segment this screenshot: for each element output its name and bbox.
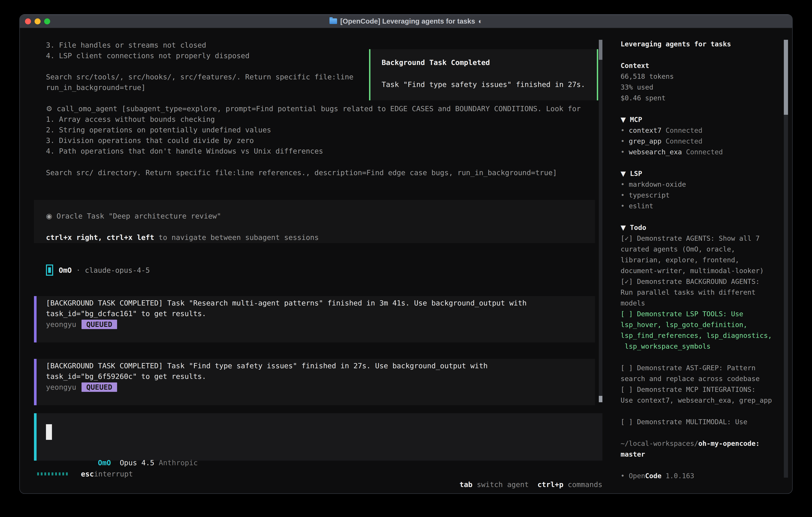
hint-text: to navigate between subagent sessions: [154, 233, 319, 242]
todo-line: search and replace across codebase: [620, 373, 770, 384]
todo-line: Run parallel tasks with different: [620, 287, 770, 298]
esc-key-hint: esc: [81, 470, 94, 478]
bug-list-item: 3. Division operations that could divide…: [46, 135, 254, 146]
bullet-icon: •: [620, 202, 625, 210]
todo-line: [✓] Demonstrate BACKGROUND AGENTS:: [620, 276, 770, 287]
mcp-item: • context7 Connected: [620, 125, 770, 136]
mcp-item-status: Connected: [666, 126, 702, 134]
transcript-line: Search src/tools/, src/hooks/, src/featu…: [46, 72, 353, 82]
status-badge: QUEUED: [82, 382, 117, 392]
footer-provider-name: Anthropic: [159, 459, 198, 467]
oracle-task-text: Oracle Task "Deep architecture review": [52, 212, 221, 220]
todo-line: models: [620, 298, 770, 308]
todo-line: librarian, explore, frontend,: [620, 254, 770, 265]
tool-call-text: call_omo_agent [subagent_type=explore, p…: [52, 105, 581, 113]
footer-model-name: Opus 4.5: [120, 459, 154, 467]
text-cursor: [46, 424, 52, 440]
lsp-item-name: typescript: [629, 191, 670, 199]
bullet-icon: •: [620, 191, 625, 199]
traffic-lights: [20, 15, 50, 28]
input-model-footer: OmOOpus 4.5Anthropic: [46, 447, 198, 457]
mcp-section-header[interactable]: ▼ MCP: [620, 114, 770, 125]
agent-cursor-icon: [46, 265, 53, 276]
tool-call-line: ⚙ call_omo_agent [subagent_type=explore,…: [46, 103, 581, 114]
zoom-button[interactable]: [44, 19, 50, 24]
lsp-item: • markdown-oxide: [620, 179, 770, 190]
lsp-item: • eslint: [620, 200, 770, 211]
transcript-line: run_in_background=true]: [46, 82, 146, 93]
session-indicator-icon: ◐: [478, 17, 483, 25]
todo-line: [ ] Demonstrate MULTIMODAL: Use: [620, 416, 770, 427]
todo-line: [ ] Demonstrate MCP INTEGRATIONS:: [620, 384, 770, 395]
main-scrollbar[interactable]: [599, 40, 602, 402]
message-line: [BACKGROUND TASK COMPLETED] Task "Resear…: [46, 298, 595, 308]
minimize-button[interactable]: [35, 19, 40, 24]
lsp-item-name: markdown-oxide: [629, 180, 686, 188]
bullet-icon: •: [620, 137, 625, 145]
todo-section-header[interactable]: ▼ Todo: [620, 222, 770, 233]
todo-heading-label: Todo: [630, 223, 646, 232]
sidebar-scrollbar[interactable]: [784, 40, 788, 478]
chat-transcript: 3. File handles or streams not closed 4.…: [20, 28, 613, 493]
toast-body: Task "Find type safety issues" finished …: [382, 79, 591, 90]
fisheye-icon: ◉: [46, 212, 52, 220]
main-scrollbar-thumb[interactable]: [599, 40, 602, 60]
mcp-item: • grep_app Connected: [620, 136, 770, 146]
close-button[interactable]: [25, 19, 31, 24]
message-author: yeongyu: [46, 320, 76, 328]
todo-line: curated agents (OmO, oracle,: [620, 244, 770, 254]
app-version-number: 1.0.163: [662, 472, 694, 480]
hint-gap: [529, 481, 538, 489]
prompt-input[interactable]: OmOOpus 4.5Anthropic: [34, 413, 602, 461]
status-badge: QUEUED: [82, 320, 117, 329]
todo-line: document-writer, multimodal-looker): [620, 265, 770, 276]
status-bar: esc interrupt tab switch agent ctrl+p co…: [20, 469, 613, 479]
bullet-icon: •: [620, 472, 625, 480]
lsp-section-header[interactable]: ▼ LSP: [620, 168, 770, 179]
lsp-item: • typescript: [620, 190, 770, 200]
todo-line: [ ] Demonstrate AST-GREP: Pattern: [620, 362, 770, 373]
window-titlebar[interactable]: [OpenCode] Leveraging agents for tasks ◐: [20, 15, 792, 28]
context-tokens: 66,518 tokens: [620, 71, 770, 82]
spinner-dots-icon: [37, 472, 68, 475]
agent-model: claude-opus-4-5: [85, 266, 150, 274]
window-body: 3. File handles or streams not closed 4.…: [20, 28, 792, 493]
window-title-group: [OpenCode] Leveraging agents for tasks ◐: [329, 17, 483, 25]
sidebar-scrollbar-thumb[interactable]: [784, 40, 788, 115]
context-used: 33% used: [620, 82, 770, 92]
message-line: task_id="bg_6f59260c" to get results.: [46, 371, 595, 382]
message-line: task_id="bg_dcfac161" to get results.: [46, 308, 595, 319]
main-scrollbar-thumb-bottom[interactable]: [599, 396, 602, 402]
commands-key-hint: ctrl+p: [538, 481, 563, 489]
background-task-message: [BACKGROUND TASK COMPLETED] Task "Find t…: [34, 359, 595, 405]
mcp-item-name: grep_app: [629, 137, 662, 145]
chevron-down-icon: ▼: [620, 169, 626, 178]
mcp-item-status: Connected: [686, 148, 723, 156]
bug-list-item: 4. Path operations that don't handle Win…: [46, 146, 323, 156]
agent-header: OmO · claude-opus-4-5: [46, 265, 150, 276]
todo-line-active: lsp_find_references, lsp_diagnostics,: [620, 330, 770, 341]
session-sidebar: Leveraging agents for tasks Context 66,5…: [612, 28, 792, 493]
transcript-line: Search src/ directory. Return specific f…: [46, 167, 557, 178]
todo-line: Use context7, websearch_exa, grep_app: [620, 395, 770, 406]
oracle-task-label: ◉ Oracle Task "Deep architecture review": [46, 211, 221, 221]
chevron-down-icon: ▼: [620, 115, 626, 124]
agent-name: OmO: [59, 266, 72, 274]
app-name-bold: Code: [645, 472, 662, 480]
mcp-heading-label: MCP: [630, 115, 642, 124]
message-author: yeongyu: [46, 383, 76, 391]
workspace-repo-name: oh-my-opencode:: [698, 439, 760, 447]
lsp-item-name: eslint: [629, 202, 654, 210]
context-heading: Context: [620, 60, 770, 71]
bug-list-item: 1. Array access without bounds checking: [46, 114, 215, 125]
tab-key-label: switch agent: [472, 481, 529, 489]
chevron-down-icon: ▼: [620, 223, 626, 232]
esc-key-label: interrupt: [94, 470, 133, 478]
separator-dot: ·: [76, 266, 81, 274]
folder-icon: [329, 19, 337, 24]
todo-line-active: lsp_hover, lsp_goto_definition,: [620, 319, 770, 330]
app-name-dim: Open: [629, 472, 645, 480]
session-title: Leveraging agents for tasks: [620, 38, 770, 49]
footer-agent-name: OmO: [98, 459, 111, 467]
mcp-item-name: websearch_exa: [629, 148, 682, 156]
